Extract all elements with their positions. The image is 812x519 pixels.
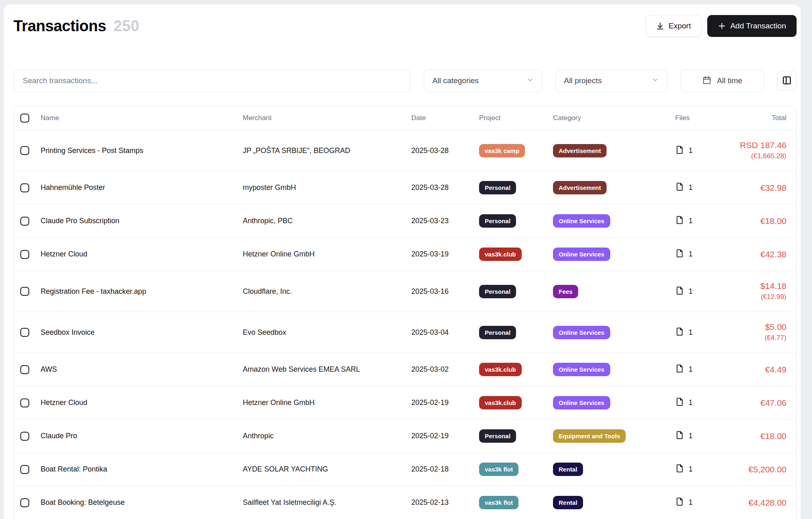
project-badge[interactable]: vas3k.club (479, 363, 522, 376)
plus-icon (718, 22, 726, 30)
category-badge[interactable]: Online Services (553, 326, 610, 339)
file-icon (675, 286, 684, 297)
table-row[interactable]: Printing Services - Post Stamps JP „POŠT… (14, 130, 796, 171)
category-filter-select[interactable]: All categories (424, 69, 542, 92)
title-wrap: Transactions 250 (13, 17, 139, 35)
row-checkbox[interactable] (20, 398, 29, 407)
category-badge[interactable]: Online Services (553, 248, 610, 261)
transaction-name[interactable]: Claude Pro (41, 432, 243, 440)
chevron-down-icon (652, 76, 659, 86)
row-checkbox[interactable] (20, 365, 29, 374)
column-header-files[interactable]: Files (675, 114, 732, 122)
transaction-name[interactable]: Hetzner Cloud (41, 398, 243, 407)
transaction-total: $14.18 (€12.99) (732, 281, 796, 302)
category-badge[interactable]: Advertisement (553, 181, 607, 194)
table-row[interactable]: Seedbox Invoice Evo Seedbox 2025-03-04 P… (14, 312, 796, 353)
transaction-name[interactable]: Seedbox Invoice (41, 328, 243, 337)
project-badge[interactable]: vas3k.club (479, 248, 522, 261)
row-checkbox[interactable] (20, 287, 29, 296)
project-badge[interactable]: vas3k flot (479, 463, 518, 476)
search-input[interactable] (13, 69, 411, 92)
row-checkbox[interactable] (20, 250, 29, 259)
project-badge[interactable]: vas3k camp (479, 144, 525, 157)
transaction-name[interactable]: Hahnemühle Poster (41, 183, 243, 192)
row-checkbox[interactable] (20, 498, 29, 507)
page-title: Transactions (13, 17, 106, 35)
table-row[interactable]: Boat Booking: Betelgeuse Sailfleet Yat I… (14, 486, 796, 519)
category-badge[interactable]: Advertisement (553, 144, 607, 157)
file-icon (675, 431, 684, 441)
category-badge[interactable]: Fees (553, 285, 578, 298)
file-icon (675, 182, 684, 193)
select-all-checkbox[interactable] (20, 114, 29, 123)
project-badge[interactable]: Personal (479, 214, 516, 228)
chevron-down-icon (527, 76, 534, 86)
transaction-name[interactable]: Boat Rental: Pontika (41, 465, 243, 474)
total-primary: €5,200.00 (732, 464, 786, 475)
row-checkbox[interactable] (20, 183, 29, 192)
export-button[interactable]: Export (646, 15, 702, 37)
add-transaction-button[interactable]: Add Transaction (707, 15, 797, 37)
column-header-project[interactable]: Project (479, 114, 553, 122)
category-badge[interactable]: Rental (553, 463, 583, 476)
page-header: Transactions 250 Export Add Transaction (13, 15, 797, 37)
table-row[interactable]: Hetzner Cloud Hetzner Online GmbH 2025-0… (14, 386, 796, 419)
column-header-name[interactable]: Name (41, 114, 243, 122)
transaction-date: 2025-03-28 (411, 146, 479, 155)
transaction-name[interactable]: Claude Pro Subscription (41, 217, 243, 225)
file-count: 1 (689, 287, 693, 296)
category-badge[interactable]: Rental (553, 496, 583, 509)
total-primary: €42.38 (732, 249, 786, 260)
total-primary: €18.00 (732, 431, 786, 441)
row-checkbox[interactable] (20, 146, 29, 155)
table-row[interactable]: Claude Pro Anthropic 2025-02-19 Personal… (14, 419, 796, 452)
column-header-date[interactable]: Date (411, 114, 479, 122)
total-primary: €4,428.00 (732, 497, 786, 508)
transaction-name[interactable]: Registration Fee - taxhacker.app (41, 287, 243, 296)
transaction-merchant: Hetzner Online GmbH (243, 250, 411, 258)
transaction-merchant: JP „POŠTA SRBIJE“, BEOGRAD (243, 146, 411, 155)
category-badge[interactable]: Online Services (553, 363, 610, 376)
file-count: 1 (689, 498, 693, 507)
category-badge[interactable]: Equipment and Tools (553, 429, 626, 443)
transaction-merchant: Evo Seedbox (243, 328, 411, 337)
column-view-toggle-button[interactable] (777, 71, 797, 90)
file-icon (675, 145, 684, 156)
row-checkbox[interactable] (20, 217, 29, 226)
row-checkbox[interactable] (20, 328, 29, 337)
category-badge[interactable]: Online Services (553, 396, 610, 409)
project-filter-select[interactable]: All projects (555, 69, 667, 92)
project-badge[interactable]: Personal (479, 181, 516, 194)
table-row[interactable]: AWS Amazon Web Services EMEA SARL 2025-0… (14, 353, 796, 386)
table-row[interactable]: Registration Fee - taxhacker.app Cloudfl… (14, 271, 796, 312)
total-primary: RSD 187.46 (732, 140, 786, 151)
transactions-table: Name Merchant Date Project Category File… (13, 106, 797, 519)
project-badge[interactable]: vas3k flot (479, 496, 518, 509)
transaction-date: 2025-02-18 (411, 465, 479, 474)
category-filter-value: All categories (432, 76, 479, 85)
project-badge[interactable]: Personal (479, 326, 516, 339)
file-icon (675, 249, 684, 260)
file-count: 1 (689, 365, 693, 374)
project-badge[interactable]: vas3k.club (479, 396, 522, 409)
file-count: 1 (689, 432, 693, 440)
table-row[interactable]: Hetzner Cloud Hetzner Online GmbH 2025-0… (14, 237, 796, 271)
column-header-category[interactable]: Category (553, 114, 675, 122)
transaction-total: €5,200.00 (732, 464, 796, 475)
project-badge[interactable]: Personal (479, 285, 516, 298)
date-range-filter[interactable]: All time (680, 69, 764, 92)
category-badge[interactable]: Online Services (553, 214, 610, 228)
table-row[interactable]: Hahnemühle Poster myposter GmbH 2025-03-… (14, 171, 796, 204)
transaction-name[interactable]: Printing Services - Post Stamps (41, 146, 243, 155)
transaction-name[interactable]: Hetzner Cloud (41, 250, 243, 258)
row-checkbox[interactable] (20, 465, 29, 474)
transaction-name[interactable]: Boat Booking: Betelgeuse (41, 498, 243, 507)
table-row[interactable]: Claude Pro Subscription Anthropic, PBC 2… (14, 204, 796, 237)
project-badge[interactable]: Personal (479, 429, 516, 443)
table-row[interactable]: Boat Rental: Pontika AYDE SOLAR YACHTING… (14, 452, 796, 486)
row-checkbox[interactable] (20, 432, 29, 441)
column-header-merchant[interactable]: Merchant (243, 114, 411, 122)
total-primary: €47.06 (732, 398, 786, 408)
transaction-name[interactable]: AWS (41, 365, 243, 374)
column-header-total[interactable]: Total (732, 114, 796, 122)
